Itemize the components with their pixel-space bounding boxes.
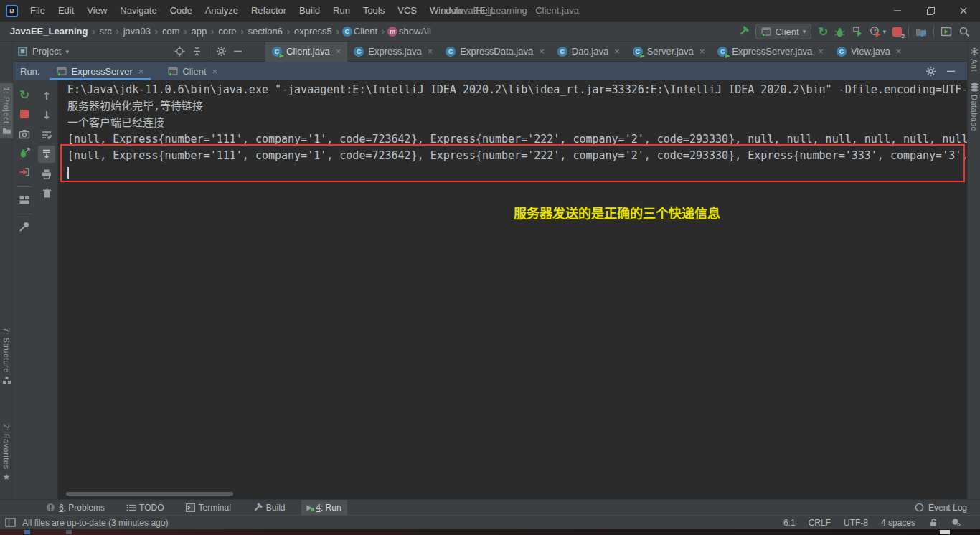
close-tab-icon[interactable]: ×: [614, 46, 620, 57]
toolbar-problems[interactable]: 6: Problems: [40, 500, 110, 516]
tab-dao-java[interactable]: CDao.java×: [551, 42, 626, 62]
tab-view-java[interactable]: CView.java×: [830, 42, 908, 62]
close-tab-icon[interactable]: ×: [138, 66, 144, 77]
close-tab-icon[interactable]: ×: [428, 46, 433, 57]
print-icon[interactable]: [38, 165, 55, 182]
up-stack-trace-icon[interactable]: ↑: [38, 87, 55, 105]
close-icon[interactable]: [947, 0, 980, 22]
tool-window-switcher-icon[interactable]: [5, 518, 16, 527]
gear-icon[interactable]: [216, 46, 227, 57]
attach-debugger-icon[interactable]: [16, 144, 33, 161]
scroll-to-end-icon[interactable]: [38, 146, 55, 163]
breadcrumb-project[interactable]: JavaEE_Learning: [9, 26, 89, 37]
menu-tools[interactable]: Tools: [357, 0, 391, 22]
build-hammer-icon[interactable]: [738, 26, 749, 37]
close-tab-icon[interactable]: ×: [336, 46, 341, 57]
collapse-all-icon[interactable]: [192, 46, 202, 57]
event-log-button[interactable]: Event Log: [915, 503, 967, 513]
menu-run[interactable]: Run: [326, 0, 357, 22]
caret-position[interactable]: 6:1: [783, 518, 796, 528]
code-analysis-icon[interactable]: [951, 518, 961, 527]
soft-wrap-icon[interactable]: [38, 126, 55, 143]
tool-stripe-ant[interactable]: Ant: [968, 43, 980, 75]
file-encoding[interactable]: UTF-8: [844, 518, 868, 528]
breadcrumb-item[interactable]: src: [98, 26, 113, 37]
close-tab-icon[interactable]: ×: [896, 46, 902, 57]
breadcrumb-item[interactable]: java03: [122, 26, 152, 37]
gear-icon[interactable]: [925, 66, 936, 77]
close-tab-icon[interactable]: ×: [818, 46, 824, 57]
menu-refactor[interactable]: Refactor: [245, 0, 293, 22]
tool-stripe-database[interactable]: Database: [968, 79, 980, 135]
breadcrumb-item[interactable]: core: [217, 26, 237, 37]
locate-file-icon[interactable]: [174, 46, 185, 57]
breadcrumb-item[interactable]: section6: [247, 26, 284, 37]
menu-vcs[interactable]: VCS: [391, 0, 423, 22]
restore-layout-icon[interactable]: [16, 191, 33, 208]
close-tab-icon[interactable]: ×: [699, 46, 705, 57]
run-anything-icon[interactable]: [941, 26, 952, 37]
breadcrumb-item[interactable]: express5: [293, 26, 334, 37]
debug-button[interactable]: [834, 27, 845, 37]
restore-icon[interactable]: [914, 0, 947, 22]
run-tab-client[interactable]: Client ×: [161, 62, 225, 80]
search-everywhere-icon[interactable]: [958, 26, 970, 37]
run-tab-expressserver[interactable]: ExpressServer ×: [50, 62, 151, 80]
tab-client-java[interactable]: C▶Client.java×: [265, 42, 347, 62]
profiler-button[interactable]: ▾: [870, 26, 886, 37]
rerun-icon[interactable]: ↻: [16, 86, 33, 103]
breadcrumb-method[interactable]: showAll: [397, 26, 433, 37]
console-output[interactable]: E:\Java\jdk-11.0.6\bin\java.exe "-javaag…: [58, 80, 967, 499]
menu-view[interactable]: View: [80, 0, 113, 22]
exit-icon[interactable]: [16, 164, 33, 181]
tab-server-java[interactable]: C▶Server.java×: [626, 42, 712, 62]
line-ending[interactable]: CRLF: [809, 518, 831, 528]
breadcrumb-class[interactable]: Client: [352, 26, 379, 37]
hide-panel-icon[interactable]: [233, 47, 242, 56]
breadcrumb-separator: ›: [113, 27, 122, 37]
menu-file[interactable]: File: [24, 0, 52, 22]
tab-expressdata-java[interactable]: CExpressData.java×: [439, 42, 550, 62]
thread-dump-icon[interactable]: [16, 125, 33, 142]
lock-icon[interactable]: [928, 518, 938, 527]
tab-express-java[interactable]: CExpress.java×: [347, 42, 439, 62]
menu-code[interactable]: Code: [164, 0, 199, 22]
toolbar-todo[interactable]: TODO: [121, 500, 169, 516]
indent-setting[interactable]: 4 spaces: [881, 518, 915, 528]
project-panel-header[interactable]: Project ▾: [13, 42, 253, 62]
minimize-icon[interactable]: [881, 0, 914, 22]
close-tab-icon[interactable]: ×: [212, 66, 218, 77]
breadcrumb-item[interactable]: com: [161, 26, 182, 37]
run-panel-toolbar: ↻: [13, 80, 36, 499]
horizontal-scrollbar[interactable]: [66, 492, 233, 496]
menu-analyze[interactable]: Analyze: [199, 0, 245, 22]
tool-stripe-favorites[interactable]: 2: Favorites ★: [0, 420, 13, 486]
run-with-coverage-button[interactable]: [852, 26, 863, 37]
toolbar-run[interactable]: ▶ 4: Run: [301, 500, 347, 516]
stop-button[interactable]: 2: [892, 27, 902, 37]
console-line: [null, Express{number='111', company='1'…: [67, 131, 967, 148]
clear-all-icon[interactable]: [38, 184, 55, 202]
toolbar-divider: [17, 186, 32, 187]
chevron-down-icon: ▾: [65, 48, 69, 55]
tool-stripe-structure[interactable]: 7: Structure: [0, 324, 13, 388]
toolbar-build[interactable]: Build: [247, 500, 291, 516]
hide-panel-icon[interactable]: [946, 67, 956, 76]
breadcrumb-item[interactable]: app: [190, 26, 209, 37]
tab-expressserver-java[interactable]: C▶ExpressServer.java×: [711, 42, 830, 62]
tool-stripe-project[interactable]: 1: Project: [0, 83, 13, 138]
pin-icon[interactable]: [16, 218, 33, 235]
menu-navigate[interactable]: Navigate: [113, 0, 163, 22]
run-button[interactable]: ↻: [818, 24, 828, 39]
close-tab-icon[interactable]: ×: [539, 46, 545, 57]
down-stack-trace-icon[interactable]: ↓: [38, 107, 55, 124]
toolbar-label: 6: [59, 503, 64, 513]
breadcrumb: JavaEE_Learning › src › java03 › com › a…: [0, 26, 433, 37]
menu-edit[interactable]: Edit: [52, 0, 80, 22]
menu-build[interactable]: Build: [293, 0, 326, 22]
project-structure-icon[interactable]: [915, 26, 927, 37]
stop-icon[interactable]: [16, 105, 33, 123]
run-configuration-select[interactable]: Client ▾: [755, 24, 811, 39]
run-tab-label: Client: [182, 66, 206, 77]
toolbar-terminal[interactable]: Terminal: [180, 500, 237, 516]
